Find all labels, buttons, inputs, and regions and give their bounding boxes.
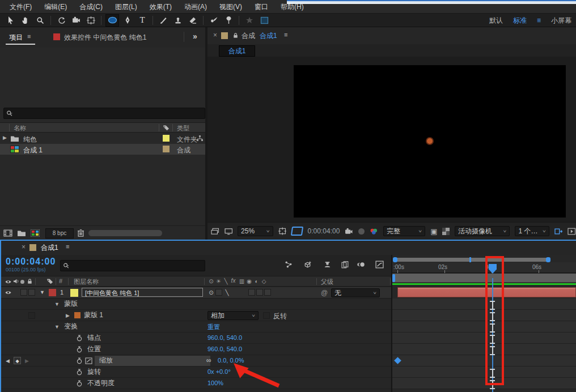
layer-blur-switch[interactable] [256,289,263,296]
label-color-swatch[interactable] [163,146,170,152]
project-panel-menu-icon[interactable]: ≡ [27,33,31,40]
layer-blend-switch[interactable] [248,289,255,296]
lock-column-icon[interactable] [27,278,33,284]
expand-folder-icon[interactable]: ▶ [3,135,7,140]
shape-tool-icon[interactable] [105,14,119,27]
menu-layer[interactable]: 图层(L) [109,0,143,14]
layer-shy-switch[interactable]: ⊙ [207,289,215,296]
workspace-menu-icon[interactable]: ≡ [537,16,541,24]
new-composition-icon[interactable] [31,229,40,237]
scale-label-highlight[interactable]: 缩放 [95,356,210,366]
opacity-row[interactable]: 不透明度 100% [1,378,391,389]
brush-tool-icon[interactable] [157,15,170,26]
brainstorm-star-icon[interactable] [243,15,256,26]
comp-viewer-area[interactable] [207,57,576,222]
camera-dropdown[interactable]: 活动摄像机˅ [455,226,510,236]
mask1-row[interactable]: ▶ 蒙版 1 相加˅ 反转 [1,310,391,321]
adjustment-switch-icon[interactable]: ◐ [253,278,260,284]
comp-viewer-tab[interactable]: 合成1 [219,45,255,57]
selection-tool-icon[interactable] [5,15,17,26]
timeline-tab-name[interactable]: 合成1 [41,243,58,253]
layer-collapse-switch[interactable] [215,289,222,296]
show-snapshot-icon[interactable] [358,228,365,235]
close-tab-icon[interactable]: × [213,31,217,39]
layer-name-column-header[interactable]: 图层名称 [74,278,99,286]
position-row[interactable]: 位置 960.0, 540.0 [1,344,391,355]
solo-column-icon[interactable] [20,280,24,284]
bit-depth-button[interactable]: 8 bpc [45,228,74,238]
column-type[interactable]: 类型 [177,124,189,133]
comp-current-time[interactable]: 0:00:04:00 [308,227,340,235]
menu-composition[interactable]: 合成(C) [73,0,109,14]
mask-mode-dropdown[interactable]: 相加˅ [207,311,259,320]
video-column-eye-icon[interactable] [5,279,12,285]
region-of-interest-icon[interactable] [291,227,303,236]
motion-blur-icon[interactable] [357,261,366,269]
comp-frame[interactable] [294,65,566,218]
roto-brush-tool-icon[interactable] [207,15,220,26]
label-color-swatch[interactable] [163,135,170,142]
workspace-box-icon[interactable] [258,15,270,26]
timeline-search-input[interactable] [71,262,202,270]
group-expand-icon[interactable]: ▼ [54,301,60,307]
puppet-pin-tool-icon[interactable] [222,15,235,26]
label-column-tag-icon[interactable] [46,278,53,284]
position-value[interactable]: 960.0, 540.0 [207,346,242,352]
quality-switch-icon[interactable]: ╲ [222,278,230,284]
index-column-header[interactable]: # [59,278,62,284]
mask-invert-checkbox[interactable] [263,312,270,319]
menu-file[interactable]: 文件(F) [3,0,38,14]
comp-panel-menu-icon[interactable]: ≡ [284,31,287,38]
motion-blur-switch-icon[interactable]: ◉ [245,278,253,284]
graph-editor-icon[interactable] [375,261,384,269]
timeline-search[interactable] [60,260,205,271]
mask-visibility-box[interactable] [28,312,35,319]
layer-name[interactable]: [中间色黄色 纯色 1] [82,288,203,297]
hide-shy-layers-icon[interactable] [323,261,332,269]
fx-switch-icon[interactable]: fx [230,278,237,284]
draft-3d-icon[interactable] [303,261,312,269]
camera-tool-icon[interactable] [70,15,82,26]
menu-help[interactable]: 帮助(H) [274,0,310,14]
add-keyframe-icon[interactable]: ◆ [14,357,21,364]
interpret-footage-icon[interactable] [3,229,12,237]
column-name[interactable]: 名称 [14,124,26,133]
stopwatch-icon-active[interactable] [76,357,83,364]
parent-column-header[interactable]: 父级 [321,278,333,286]
fast-previews-icon[interactable] [567,228,576,235]
target-region-icon[interactable]: ▣ [430,227,437,236]
project-search[interactable] [3,108,205,119]
lock-icon[interactable] [232,32,239,39]
audio-column-speaker-icon[interactable] [13,278,19,284]
pixel-aspect-correction-icon[interactable] [554,228,563,235]
layer-visibility-eye-icon[interactable] [5,289,12,296]
stopwatch-icon[interactable] [76,380,83,387]
zoom-tool-icon[interactable] [34,15,46,26]
more-tabs-icon[interactable]: » [193,32,197,41]
main-monitor-icon[interactable] [225,228,233,235]
tab-project[interactable]: 项目 [9,33,23,42]
workspace-default[interactable]: 默认 [489,16,503,25]
show-channel-icon[interactable] [370,228,379,235]
opacity-value[interactable]: 100% [207,380,223,386]
comp-tab-name[interactable]: 合成1 [260,31,277,41]
group-expand-icon[interactable]: ▼ [54,324,60,330]
take-snapshot-icon[interactable] [345,228,353,235]
workspace-small-screen[interactable]: 小屏幕 [551,16,571,25]
3d-switch-icon[interactable]: ◇ [260,278,268,284]
layer-row[interactable]: ▼ 1 [中间色黄色 纯色 1] ⊙ ╲ @ 无˅ [1,287,391,299]
anchor-point-value[interactable]: 960.0, 540.0 [207,334,242,341]
menu-window[interactable]: 窗口 [248,0,274,14]
layer-duration-bar[interactable] [397,287,576,297]
scale-row[interactable]: ◀ ◆ ▶ 缩放 ∞ 0.0, 0.0% [1,355,391,367]
menu-animation[interactable]: 动画(A) [178,0,213,14]
type-tool-icon[interactable]: T [136,15,149,26]
layer-lock-toggle[interactable] [28,289,35,296]
always-preview-icon[interactable] [211,228,219,235]
hand-tool-icon[interactable] [19,15,32,26]
zoom-handle-right[interactable] [546,257,550,262]
layer-audio-toggle[interactable] [20,289,27,296]
parent-dropdown[interactable]: 无˅ [331,288,380,297]
rotation-row[interactable]: 旋转 0x +0.0° [1,367,391,378]
layer-expand-icon[interactable]: ▼ [40,289,45,295]
